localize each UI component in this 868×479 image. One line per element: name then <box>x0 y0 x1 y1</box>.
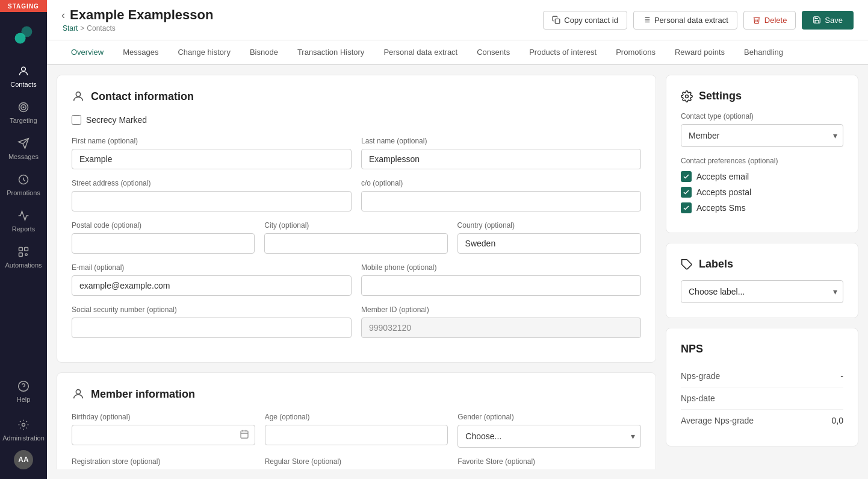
personal-data-extract-button[interactable]: Personal data extract <box>633 11 737 30</box>
svg-point-3 <box>19 103 28 112</box>
settings-title: Settings <box>681 90 843 102</box>
mobile-input[interactable] <box>361 275 641 296</box>
sidebar-item-contacts[interactable]: Contacts <box>0 58 47 94</box>
back-button[interactable]: ‹ <box>61 9 65 22</box>
fav-store-label: Favorite Store (optional) <box>457 457 641 466</box>
copy-icon <box>552 16 560 24</box>
email-group: E-mail (optional) <box>72 263 352 296</box>
ssn-input[interactable] <box>72 318 352 338</box>
street-group: Street address (optional) <box>72 179 352 211</box>
regular-store-label: Regular Store (optional) <box>265 457 448 466</box>
svg-point-26 <box>686 95 689 98</box>
tab-change-history[interactable]: Change history <box>168 40 240 65</box>
member-info-title: Member information <box>72 387 641 401</box>
header-actions: Copy contact id Personal data extract De… <box>543 11 854 30</box>
tab-promotions[interactable]: Promotions <box>606 40 665 65</box>
tabs-bar: Overview Messages Change history Bisnode… <box>47 40 868 65</box>
street-input[interactable] <box>72 191 352 211</box>
tab-messages[interactable]: Messages <box>113 40 168 65</box>
breadcrumb-separator: > <box>80 24 84 33</box>
delete-button[interactable]: Delete <box>743 11 796 30</box>
pref-sms-row: Accepts Sms <box>681 202 843 213</box>
co-input[interactable] <box>361 191 641 211</box>
sidebar-item-promotions[interactable]: Promotions <box>0 166 47 202</box>
nps-avg-value: 0,0 <box>832 416 843 425</box>
tab-consents[interactable]: Consents <box>467 40 519 65</box>
sidebar-item-automations[interactable]: Automations <box>0 239 47 275</box>
app-logo <box>13 24 34 46</box>
staging-banner: STAGING <box>0 0 47 12</box>
pref-email-row: Accepts email <box>681 171 843 182</box>
contact-type-select[interactable]: Member <box>681 124 843 147</box>
country-label: Country (optional) <box>457 221 641 230</box>
labels-select[interactable]: Choose label... <box>681 280 843 303</box>
regular-store-group: Regular Store (optional) <box>265 457 448 469</box>
city-label: City (optional) <box>264 221 447 230</box>
avatar[interactable]: AA <box>14 450 33 469</box>
email-input[interactable] <box>72 275 352 296</box>
copy-contact-id-button[interactable]: Copy contact id <box>543 11 627 30</box>
sidebar-item-messages[interactable]: Messages <box>0 130 47 166</box>
sidebar-item-help[interactable]: Help <box>0 373 47 409</box>
nps-card: NPS Nps-grade - Nps-date Average Nps-gra… <box>666 328 858 446</box>
labels-card: Labels Choose label... ▾ <box>666 243 858 318</box>
accepts-postal-checkbox[interactable] <box>681 187 692 198</box>
labels-title: Labels <box>681 258 843 271</box>
promotions-icon <box>16 172 31 187</box>
gender-select-wrapper: Choose... ▾ <box>457 425 641 448</box>
tab-products-of-interest[interactable]: Products of interest <box>519 40 606 65</box>
reg-store-label: Registration store (optional) <box>72 457 255 466</box>
save-button[interactable]: Save <box>802 11 854 30</box>
contact-type-label: Contact type (optional) <box>681 112 843 121</box>
name-row: First name (optional) Last name (optiona… <box>72 137 641 169</box>
sidebar-item-reports[interactable]: Reports <box>0 202 47 239</box>
postal-code-label: Postal code (optional) <box>72 221 255 230</box>
city-input[interactable] <box>264 233 447 254</box>
postal-code-input[interactable] <box>72 233 255 254</box>
tab-bisnode[interactable]: Bisnode <box>240 40 288 65</box>
contact-info-card: Contact information Secrecy Marked First… <box>57 75 656 363</box>
targeting-icon <box>16 100 31 114</box>
contact-row: E-mail (optional) Mobile phone (optional… <box>72 263 641 296</box>
accepts-email-checkbox[interactable] <box>681 171 692 182</box>
secrecy-checkbox[interactable] <box>72 115 81 125</box>
first-name-label: First name (optional) <box>72 137 352 145</box>
tab-behandling[interactable]: Behandling <box>734 40 793 65</box>
svg-point-1 <box>21 27 32 37</box>
store-row: Registration store (optional) Regular St… <box>72 457 641 469</box>
nps-title: NPS <box>681 343 843 355</box>
calendar-icon <box>240 430 249 441</box>
tab-personal-data-extract[interactable]: Personal data extract <box>374 40 467 65</box>
svg-point-5 <box>23 107 24 108</box>
sidebar-item-admin[interactable]: Administration <box>0 412 47 448</box>
last-name-input[interactable] <box>361 149 641 169</box>
nps-date-label: Nps-date <box>681 393 715 403</box>
check-icon <box>683 204 690 211</box>
address-row: Street address (optional) c/o (optional) <box>72 179 641 211</box>
accepts-sms-label: Accepts Sms <box>696 203 746 213</box>
country-input[interactable] <box>457 233 641 254</box>
sidebar-item-label: Messages <box>8 153 39 160</box>
age-input[interactable] <box>265 425 448 445</box>
sidebar-item-targeting[interactable]: Targeting <box>0 94 47 130</box>
sidebar-item-label: Help <box>17 396 31 403</box>
tab-transaction-history[interactable]: Transaction History <box>288 40 374 65</box>
secrecy-row: Secrecy Marked <box>72 115 641 125</box>
breadcrumb-start[interactable]: Start <box>63 24 78 33</box>
svg-rect-22 <box>241 431 248 438</box>
nps-avg-label: Average Nps-grade <box>681 416 754 425</box>
member-top-row: Birthday (optional) Age (optional) <box>72 413 641 448</box>
accepts-sms-checkbox[interactable] <box>681 202 692 213</box>
gender-select[interactable]: Choose... <box>457 425 641 448</box>
tab-reward-points[interactable]: Reward points <box>665 40 734 65</box>
automations-icon <box>16 245 31 259</box>
contact-prefs-label: Contact preferences (optional) <box>681 157 843 165</box>
gender-group: Gender (optional) Choose... ▾ <box>457 413 641 448</box>
member-id-input[interactable] <box>361 318 641 338</box>
first-name-input[interactable] <box>72 149 352 169</box>
main-content: ‹ Example Examplesson Start > Contacts C… <box>47 0 868 479</box>
tab-overview[interactable]: Overview <box>61 40 113 65</box>
birthday-input[interactable] <box>72 425 255 445</box>
email-label: E-mail (optional) <box>72 263 352 272</box>
secrecy-label: Secrecy Marked <box>86 115 147 125</box>
